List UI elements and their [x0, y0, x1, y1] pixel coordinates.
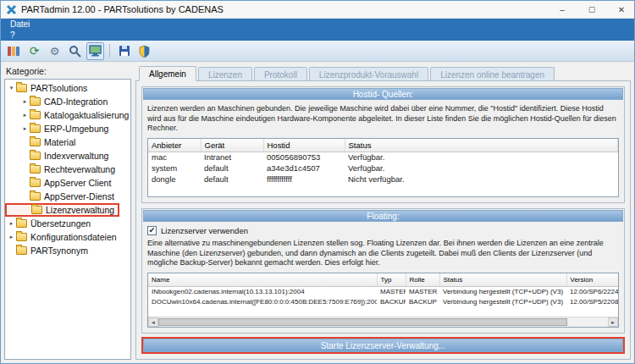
table-row[interactable]: INbookgen02.cadenas.internal(10.13.13.10… [148, 286, 618, 296]
column-header[interactable]: Status [439, 273, 566, 286]
floating-group-header: Floating: [143, 210, 623, 222]
cell: ffffffffffff [263, 174, 345, 185]
table-row[interactable]: mac Intranet 005056890753 Verfügbar. [148, 152, 618, 163]
folder-icon [16, 84, 27, 92]
chevron-right-icon[interactable] [8, 234, 15, 240]
cell: Verbindung hergestellt (TCP+UDP) (V3) [439, 296, 566, 306]
annotation-highlight: Starte Lizenzserver-Verwaltung... [141, 337, 625, 354]
cell: Nicht verfügbar. [345, 174, 618, 185]
sidebar-item-rechteverwaltung[interactable]: Rechteverwaltung [5, 163, 115, 176]
cell: mac [148, 152, 201, 163]
tree-label: Material [44, 137, 75, 147]
sidebar: Kategorie: PARTsolutions CAD-Integration… [4, 65, 131, 360]
tab-lizenzen[interactable]: Lizenzen [198, 67, 252, 80]
hostid-table: Anbieter Gerät Hostid Status mac Intrane… [148, 139, 618, 185]
chevron-down-icon[interactable] [8, 85, 15, 91]
folder-icon [30, 192, 41, 201]
column-header[interactable]: Gerät [201, 139, 263, 152]
sidebar-item-konfigurationsdateien[interactable]: Konfigurationsdateien [5, 230, 117, 244]
sidebar-item-partsynonym[interactable]: PARTsynonym [5, 244, 88, 257]
floating-description: Eine alternative zu maschinengebundenen … [142, 235, 624, 270]
sidebar-item-cad-integration[interactable]: CAD-Integration [5, 95, 108, 108]
column-header[interactable]: Name [148, 273, 377, 286]
hostid-group-header: Hostid- Quellen: [143, 88, 623, 100]
sidebar-item-appserver-client[interactable]: AppServer Client [5, 176, 111, 190]
sidebar-item-erp-umgebung[interactable]: ERP-Umgebung [5, 122, 108, 135]
save-icon[interactable] [115, 42, 133, 60]
tab-lizenzprodukt-vorauswahl[interactable]: Lizenzprodukt-Vorauswahl [309, 67, 428, 80]
main-area: Allgemein Lizenzen Protokoll Lizenzprodu… [135, 65, 631, 360]
catalog-icon[interactable] [5, 42, 23, 60]
chevron-right-icon[interactable] [21, 98, 29, 105]
table-row[interactable]: DOCUwin10x64.cadenas.internal([FE80:0:0:… [148, 296, 618, 306]
refresh-icon[interactable]: ⟳ [25, 42, 43, 60]
table-row[interactable]: system default a34e3d1c4507 Verfügbar. [148, 163, 618, 174]
tab-lizenzen-online-beantragen[interactable]: Lizenzen online beantragen [430, 67, 555, 80]
tab-allgemein[interactable]: Allgemein [139, 66, 196, 81]
sidebar-item-katalogaktualisierung[interactable]: Katalogaktualisierung [5, 108, 129, 122]
cell: Verbindung hergestellt (TCP+UDP) (V3) [439, 286, 566, 296]
search-icon[interactable] [66, 42, 84, 60]
tab-label: Protokoll [264, 70, 297, 80]
folder-icon [30, 97, 41, 106]
cell: MASTER [377, 286, 406, 296]
folder-icon [30, 179, 41, 187]
sidebar-item-indexverwaltung[interactable]: Indexverwaltung [5, 149, 108, 163]
gear-icon[interactable]: ⚙ [46, 42, 64, 60]
column-header[interactable]: Typ [377, 273, 406, 286]
sidebar-item-uebersetzungen[interactable]: Übersetzungen [5, 217, 91, 230]
close-button[interactable] [609, 1, 634, 18]
tree-label: Katalogaktualisierung [44, 110, 129, 120]
cell: system [148, 163, 201, 174]
cell: MASTER [406, 286, 439, 296]
cell: 12.00/SP6/222400 [566, 286, 618, 296]
folder-icon [30, 152, 41, 160]
tree-label: AppServer Client [44, 178, 111, 188]
tree-label: CAD-Integration [44, 97, 108, 107]
category-label: Kategorie: [4, 65, 131, 79]
tab-bar: Allgemein Lizenzen Protokoll Lizenzprodu… [139, 65, 631, 80]
column-header[interactable]: Version [566, 273, 618, 286]
scrollbar-track[interactable] [567, 317, 608, 327]
table-row[interactable]: dongle default ffffffffffff Nicht verfüg… [148, 174, 618, 185]
menu-datei[interactable]: Datei [8, 19, 31, 29]
chevron-right-icon[interactable] [21, 125, 29, 132]
tab-protokoll[interactable]: Protokoll [254, 67, 307, 80]
tree-label: Rechteverwaltung [44, 164, 115, 174]
column-header[interactable]: Status [345, 139, 618, 152]
column-header[interactable]: Hostid [263, 139, 345, 152]
shield-icon[interactable] [135, 42, 153, 60]
start-lizenzserver-verwaltung-button[interactable]: Starte Lizenzserver-Verwaltung... [143, 339, 623, 352]
sidebar-item-material[interactable]: Material [5, 135, 75, 149]
minimize-button[interactable] [549, 1, 575, 18]
column-header[interactable]: Rolle [406, 273, 439, 286]
monitor-icon[interactable] [86, 42, 104, 60]
menu-help[interactable]: ? [8, 30, 17, 40]
cell: Verfügbar. [345, 152, 618, 163]
tab-label: Lizenzprodukt-Vorauswahl [319, 70, 418, 80]
horizontal-scrollbar[interactable] [148, 317, 618, 327]
cell: default [201, 163, 263, 174]
table-viewport: Name Typ Rolle Status Version Hos [148, 273, 618, 317]
sidebar-item-partsolutions[interactable]: PARTsolutions [5, 81, 87, 95]
cell: Intranet [201, 152, 263, 163]
folder-icon [30, 124, 41, 133]
chevron-right-icon[interactable] [21, 112, 29, 119]
tree-label: PARTsolutions [30, 83, 87, 93]
chevron-right-icon[interactable] [8, 220, 15, 227]
toolbar: ⟳ ⚙ [1, 41, 634, 62]
scrollbar-thumb[interactable] [158, 318, 567, 326]
checkbox-label: Lizenzserver verwenden [161, 226, 248, 235]
cell: dongle [148, 174, 201, 185]
cell: 12.00/SP5/220879 [566, 296, 618, 306]
maximize-button[interactable] [579, 1, 605, 18]
scroll-left-icon[interactable] [148, 317, 158, 327]
category-tree: PARTsolutions CAD-Integration Katalogakt… [4, 79, 131, 360]
hostid-groupbox: Hostid- Quellen: Lizenzen werden an Masc… [141, 86, 625, 203]
folder-icon [16, 233, 27, 241]
column-header[interactable]: Anbieter [148, 139, 201, 152]
lizenzserver-checkbox[interactable] [147, 226, 157, 235]
sidebar-item-lizenzverwaltung[interactable]: Lizenzverwaltung [5, 203, 119, 217]
sidebar-item-appserver-dienst[interactable]: AppServer-Dienst [5, 190, 114, 203]
scroll-right-icon[interactable] [608, 317, 618, 327]
